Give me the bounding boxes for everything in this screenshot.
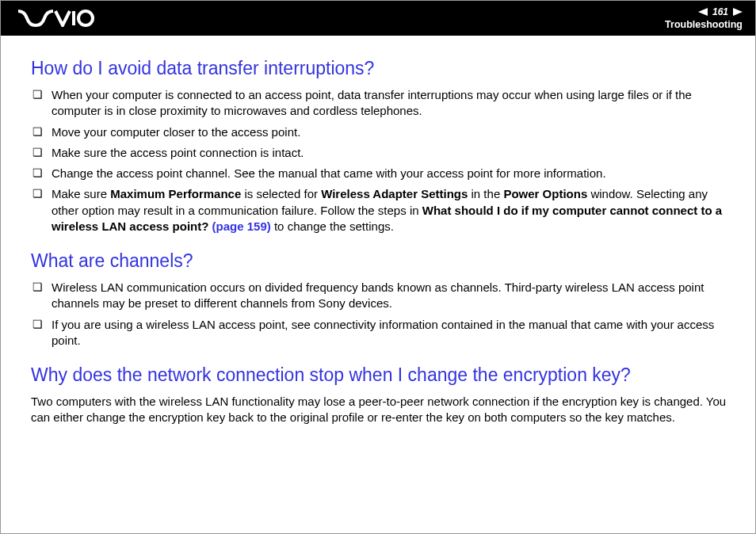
heading-q2: What are channels?: [31, 250, 728, 272]
page-nav: 161: [698, 6, 743, 17]
list-q1: When your computer is connected to an ac…: [31, 87, 728, 235]
header-right: 161 Troubleshooting: [665, 6, 743, 30]
list-item: Change the access point channel. See the…: [31, 166, 728, 181]
next-page-arrow[interactable]: [733, 8, 743, 16]
svg-point-1: [78, 11, 93, 25]
list-item: Make sure Maximum Performance is selecte…: [31, 186, 728, 235]
svg-marker-2: [698, 8, 708, 16]
vaio-logo: [18, 10, 94, 27]
page-number: 161: [711, 6, 730, 17]
page-header: 161 Troubleshooting: [1, 1, 755, 36]
list-item: If you are using a wireless LAN access p…: [31, 317, 728, 349]
svg-rect-0: [72, 11, 75, 25]
list-item: Wireless LAN communication occurs on div…: [31, 280, 728, 312]
list-q2: Wireless LAN communication occurs on div…: [31, 280, 728, 349]
page-content: How do I avoid data transfer interruptio…: [1, 36, 755, 447]
svg-marker-3: [733, 8, 743, 16]
prev-page-arrow[interactable]: [698, 8, 708, 16]
list-item: When your computer is connected to an ac…: [31, 87, 728, 120]
body-q3: Two computers with the wireless LAN func…: [31, 394, 728, 426]
heading-q1: How do I avoid data transfer interruptio…: [31, 58, 728, 79]
list-item: Move your computer closer to the access …: [31, 124, 728, 140]
heading-q3: Why does the network connection stop whe…: [31, 364, 728, 386]
list-item: Make sure the access point connection is…: [31, 145, 728, 161]
page-ref-link[interactable]: (page 159): [212, 219, 271, 233]
section-label: Troubleshooting: [665, 19, 743, 30]
